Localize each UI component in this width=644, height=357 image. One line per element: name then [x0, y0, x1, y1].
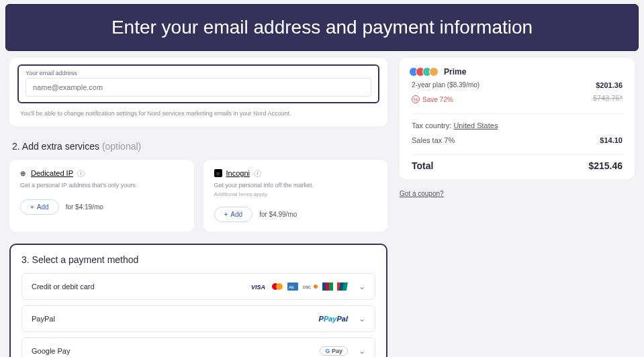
svg-point-3 — [276, 283, 283, 290]
dedicated-ip-price: for $4.19/mo — [66, 203, 103, 211]
svg-rect-11 — [329, 283, 333, 291]
svg-text:DISC: DISC — [303, 285, 311, 289]
info-icon[interactable]: i — [77, 170, 85, 177]
discount-icon: % — [412, 95, 420, 103]
incogni-sub: Additional terms apply. — [214, 191, 377, 197]
add-incogni-button[interactable]: +Add — [214, 207, 253, 222]
plan-line: 2-year plan ($8.39/mo) — [412, 81, 479, 89]
payment-section-title: 3. Select a payment method — [21, 254, 375, 265]
total-label: Total — [412, 160, 433, 171]
plan-price: $201.36 — [596, 81, 623, 90]
incogni-title: Incogni — [226, 169, 250, 177]
plan-name: Prime — [444, 67, 466, 76]
tax-country-label: Tax country: — [412, 121, 451, 130]
svg-rect-9 — [322, 283, 326, 291]
old-price: $743.76* — [593, 94, 623, 103]
target-icon: ⊕ — [20, 170, 27, 177]
svg-text:AE: AE — [289, 285, 294, 289]
got-coupon-link[interactable]: Got a coupon? — [400, 190, 444, 197]
save-badge: % Save 72% — [412, 95, 453, 103]
svg-text:VISA: VISA — [251, 284, 265, 291]
extras-section-title: 2. Add extra services (optional) — [12, 141, 387, 152]
add-dedicated-ip-button[interactable]: +Add — [20, 199, 59, 215]
mastercard-icon — [271, 283, 283, 291]
payment-option-credit-card[interactable]: Credit or debit card VISA AE DISC ⌄ — [21, 273, 375, 300]
incogni-icon: ○ — [214, 169, 222, 177]
incogni-price: for $4.99/mo — [259, 211, 297, 218]
paypal-icon: PPayPal — [319, 315, 348, 323]
amex-icon: AE — [287, 283, 298, 291]
email-field-wrapper: Your email address — [17, 64, 379, 103]
payment-option-google-pay[interactable]: Google Pay G Pay ⌄ — [21, 338, 375, 357]
plus-icon: + — [30, 203, 34, 211]
incogni-desc: Get your personal info off the market. — [214, 181, 377, 190]
dedicated-ip-card: ⊕ Dedicated IP i Get a personal IP addre… — [9, 160, 194, 232]
instruction-banner: Enter your email address and payment inf… — [5, 4, 639, 51]
incogni-card: ○ Incogni i Get your personal info off t… — [203, 160, 388, 232]
tax-country-link[interactable]: United States — [453, 121, 498, 130]
total-amount: $215.46 — [588, 160, 623, 171]
chevron-down-icon: ⌄ — [359, 314, 365, 323]
dedicated-ip-title: Dedicated IP — [31, 169, 73, 177]
gpay-icon: G Pay — [320, 346, 348, 356]
payment-section: 3. Select a payment method Credit or deb… — [9, 244, 387, 357]
info-icon[interactable]: i — [254, 170, 261, 177]
plus-icon: + — [224, 211, 228, 218]
tax-label: Sales tax 7% — [412, 136, 455, 144]
visa-icon: VISA — [250, 283, 267, 291]
email-note: You'll be able to change notification se… — [17, 110, 379, 117]
discover-icon: DISC — [302, 283, 318, 291]
brand-icons — [412, 67, 439, 76]
unionpay-icon — [337, 283, 348, 291]
email-card: Your email address You'll be able to cha… — [9, 58, 387, 126]
svg-rect-10 — [326, 283, 329, 291]
chevron-down-icon: ⌄ — [359, 282, 365, 291]
email-label: Your email address — [26, 70, 371, 76]
chevron-down-icon: ⌄ — [359, 346, 365, 356]
email-input[interactable] — [26, 78, 371, 97]
tax-amount: $14.10 — [600, 136, 623, 144]
payment-option-paypal[interactable]: PayPal PPayPal ⌄ — [21, 305, 375, 332]
dedicated-ip-desc: Get a personal IP address that's only yo… — [20, 181, 183, 190]
jcb-icon — [322, 283, 333, 291]
order-summary: Prime 2-year plan ($8.39/mo) $201.36 % S… — [400, 58, 635, 179]
svg-point-8 — [314, 285, 318, 289]
